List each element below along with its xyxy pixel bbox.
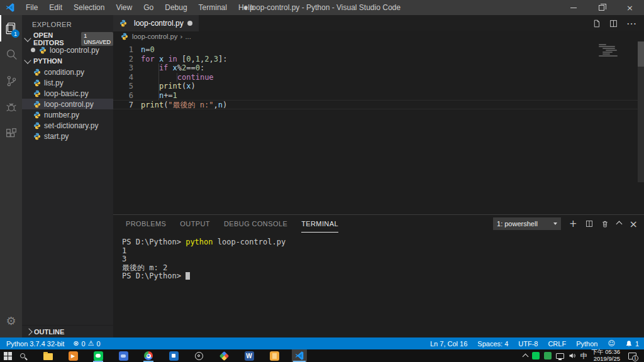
minimize-button[interactable] bbox=[559, 0, 587, 15]
diamond-app-icon[interactable] bbox=[216, 349, 231, 362]
network-icon[interactable] bbox=[556, 353, 564, 359]
encoding-status[interactable]: UTF-8 bbox=[518, 340, 538, 348]
restore-button[interactable] bbox=[587, 0, 616, 15]
code-line[interactable]: 3if x%2==0: bbox=[113, 63, 644, 73]
editor-scrollbar[interactable] bbox=[638, 41, 644, 182]
tray-expand-icon[interactable] bbox=[522, 354, 528, 360]
notifications-bell[interactable]: 1 bbox=[625, 340, 639, 348]
terminal-output[interactable]: PS D:\Python> python loop-control.py13最後… bbox=[113, 233, 644, 337]
sticky-notes-icon[interactable] bbox=[267, 349, 282, 362]
code-line[interactable]: 6n+=1 bbox=[113, 91, 644, 101]
line-content: print(x) bbox=[133, 82, 196, 91]
split-terminal-icon[interactable] bbox=[586, 220, 593, 228]
menu-help[interactable]: Help bbox=[233, 0, 260, 15]
vscode-window: FileEditSelectionViewGoDebugTerminalHelp… bbox=[0, 0, 644, 362]
word-icon[interactable]: W bbox=[242, 349, 257, 362]
file-explorer-icon[interactable] bbox=[40, 349, 55, 362]
warning-icon: ⚠ bbox=[88, 339, 94, 348]
split-editor-icon[interactable] bbox=[609, 19, 618, 28]
code-line[interactable]: 7print("最後的 n:",n) bbox=[113, 100, 644, 109]
python-file-icon bbox=[33, 111, 41, 119]
outline-section[interactable]: OUTLINE bbox=[22, 325, 113, 337]
close-panel-icon[interactable]: × bbox=[630, 218, 638, 230]
minimap[interactable] bbox=[599, 44, 634, 57]
menu-terminal[interactable]: Terminal bbox=[193, 0, 233, 15]
close-button[interactable]: × bbox=[616, 0, 644, 15]
extensions-icon[interactable] bbox=[0, 121, 22, 147]
file-name: loop-control.py bbox=[44, 100, 94, 109]
code-line[interactable]: 2for x in [0,1,2,3]: bbox=[113, 55, 644, 64]
line-number: 6 bbox=[113, 91, 133, 101]
menu-view[interactable]: View bbox=[110, 0, 138, 15]
breadcrumb[interactable]: loop-control.py › ... bbox=[113, 31, 644, 41]
eol-status[interactable]: CRLF bbox=[548, 340, 566, 348]
panel-tab-terminal[interactable]: TERMINAL bbox=[301, 215, 338, 233]
line-tray-icon[interactable] bbox=[532, 352, 540, 359]
title-bar: FileEditSelectionViewGoDebugTerminalHelp… bbox=[0, 0, 644, 15]
python-interpreter-status[interactable]: Python 3.7.4 32-bit bbox=[6, 340, 64, 348]
vscode-taskbar-icon[interactable] bbox=[292, 349, 307, 362]
tab-loop-control[interactable]: loop-control.py bbox=[113, 15, 199, 31]
chrome-icon[interactable] bbox=[141, 349, 156, 362]
code-line[interactable]: 4continue bbox=[113, 73, 644, 82]
shell-selector-dropdown[interactable]: 1: powershell bbox=[493, 217, 561, 230]
panel-tab-problems[interactable]: PROBLEMS bbox=[126, 215, 166, 233]
explorer-icon[interactable]: 1 bbox=[0, 15, 22, 41]
python-file-icon bbox=[33, 133, 41, 140]
menu-edit[interactable]: Edit bbox=[43, 0, 68, 15]
menu-go[interactable]: Go bbox=[138, 0, 159, 15]
taskbar-search-icon[interactable] bbox=[15, 349, 30, 362]
taskbar-clock[interactable]: 下午 05:36 2019/9/25 bbox=[592, 349, 620, 362]
menu-selection[interactable]: Selection bbox=[68, 0, 110, 15]
code-editor[interactable]: 1n=02for x in [0,1,2,3]:3if x%2==0:4cont… bbox=[113, 41, 644, 214]
ime-indicator[interactable]: 中 bbox=[580, 351, 587, 361]
media-player-icon[interactable]: ▶ bbox=[65, 349, 80, 362]
start-button[interactable] bbox=[0, 349, 15, 362]
panel-tab-output[interactable]: OUTPUT bbox=[180, 215, 210, 233]
vscode-logo-icon bbox=[5, 3, 15, 13]
line-number: 4 bbox=[113, 73, 133, 82]
breadcrumb-more[interactable]: ... bbox=[186, 33, 191, 40]
volume-icon[interactable] bbox=[569, 352, 576, 359]
kill-terminal-icon[interactable] bbox=[601, 220, 609, 228]
file-item[interactable]: loop-control.py bbox=[22, 99, 113, 109]
file-item[interactable]: condition.py bbox=[22, 67, 113, 77]
open-preview-icon[interactable] bbox=[592, 19, 601, 28]
terminal-line: 1 bbox=[122, 247, 644, 256]
explorer-badge: 1 bbox=[11, 30, 19, 38]
code-line[interactable]: 5print(x) bbox=[113, 82, 644, 91]
messenger-app-icon[interactable] bbox=[116, 349, 131, 362]
file-item[interactable]: number.py bbox=[22, 109, 113, 120]
action-center-icon[interactable]: 1 bbox=[628, 353, 636, 359]
file-item[interactable]: loop-basic.py bbox=[22, 88, 113, 99]
tab-modified-dot-icon[interactable] bbox=[187, 21, 192, 26]
menu-file[interactable]: File bbox=[20, 0, 43, 15]
maximize-panel-icon[interactable] bbox=[616, 221, 622, 227]
target-app-icon[interactable] bbox=[191, 349, 206, 362]
settings-gear-icon[interactable]: ⚙ bbox=[0, 307, 22, 334]
file-item[interactable]: start.py bbox=[22, 131, 113, 141]
more-actions-icon[interactable]: ⋯ bbox=[626, 18, 636, 30]
folder-header[interactable]: PYTHON bbox=[22, 55, 113, 67]
green-tray-icon[interactable] bbox=[544, 352, 552, 359]
file-item[interactable]: list.py bbox=[22, 77, 113, 88]
language-mode-status[interactable]: Python bbox=[576, 340, 597, 348]
code-line[interactable]: 1n=0 bbox=[113, 45, 644, 55]
indentation-status[interactable]: Spaces: 4 bbox=[477, 340, 508, 348]
menu-debug[interactable]: Debug bbox=[159, 0, 192, 15]
breadcrumb-file[interactable]: loop-control.py bbox=[132, 33, 177, 40]
line-app-icon[interactable] bbox=[91, 349, 106, 362]
problems-status[interactable]: ⊗0 ⚠0 bbox=[73, 339, 100, 348]
debug-icon[interactable] bbox=[0, 94, 22, 121]
source-control-icon[interactable] bbox=[0, 68, 22, 94]
search-icon[interactable] bbox=[0, 41, 22, 68]
cursor-position-status[interactable]: Ln 7, Col 16 bbox=[430, 340, 467, 348]
file-item[interactable]: set-dictionary.py bbox=[22, 120, 113, 131]
open-editor-item[interactable]: loop-control.py bbox=[22, 45, 113, 55]
feedback-smiley-icon[interactable]: ☺ bbox=[608, 339, 614, 348]
line-number: 2 bbox=[113, 55, 133, 64]
panel-tab-debug-console[interactable]: DEBUG CONSOLE bbox=[224, 215, 287, 233]
open-editors-header[interactable]: OPEN EDITORS 1 UNSAVED bbox=[22, 33, 113, 45]
blue-tile-app-icon[interactable] bbox=[166, 349, 181, 362]
new-terminal-icon[interactable]: + bbox=[569, 218, 577, 229]
